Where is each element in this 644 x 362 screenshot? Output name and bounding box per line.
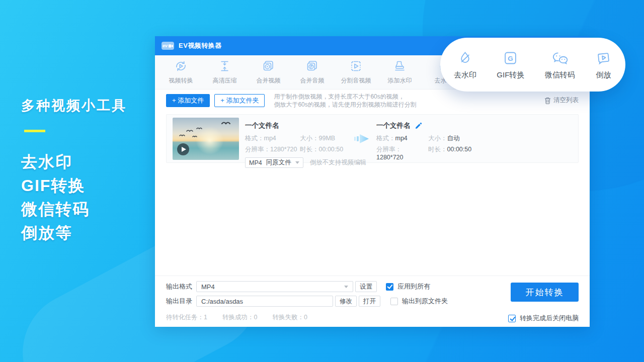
add-watermark-icon	[393, 59, 407, 73]
source-dur: 00:00:50	[319, 146, 344, 153]
output-format-select[interactable]: MP4	[196, 281, 353, 292]
pill-label: 微信转码	[545, 70, 575, 80]
reverse-play-icon	[595, 50, 612, 66]
chevron-down-icon	[295, 161, 299, 164]
source-size: 99MB	[319, 135, 336, 142]
gif-convert-icon: G	[502, 50, 519, 66]
camera-icon	[169, 44, 173, 48]
toolbar-item-video-convert[interactable]: 视频转换	[159, 55, 203, 89]
source-folder-label: 输出到原文件夹	[402, 297, 448, 306]
toolbar-item-add-watermark[interactable]: 添加水印	[378, 55, 422, 89]
promo-title: 多种视频小工具	[21, 97, 127, 115]
apply-all-label: 应用到所有	[397, 282, 430, 291]
video-convert-icon	[174, 59, 188, 73]
reverse-hint: 用于制作倒放视频，支持长度不大于60s的视频， 倒放大于60s的视频，请先使用分…	[274, 93, 416, 109]
play-button[interactable]	[177, 143, 189, 155]
toolbar-label: 高清压缩	[213, 76, 237, 85]
pill-label: 去水印	[454, 70, 476, 80]
birds-illustration	[173, 118, 239, 143]
promo-dash	[24, 130, 45, 132]
res-label: 分辨率：	[376, 146, 401, 153]
toolbar-item-split-av[interactable]: 分割音视频	[334, 55, 378, 89]
shutdown-checkbox[interactable]: 转换完成后关闭电脑	[508, 314, 579, 323]
add-folder-button[interactable]: + 添加文件夹	[214, 94, 265, 107]
convert-arrow	[348, 115, 376, 162]
toolbar-item-hd-compress[interactable]: 高清压缩	[203, 55, 247, 89]
size-label: 大小：	[300, 135, 319, 142]
select-mode-value: 同原文件	[266, 158, 291, 167]
source-format: mp4	[264, 135, 276, 142]
play-icon	[182, 147, 186, 152]
arrow-right-icon	[354, 133, 370, 145]
success-stat: 转换成功：0	[222, 313, 257, 322]
checkbox-unchecked-icon[interactable]	[390, 298, 398, 305]
size-label: 大小：	[428, 135, 447, 142]
source-file-name: 一个文件名	[245, 121, 348, 130]
target-size: 自动	[447, 135, 460, 142]
toolbar-item-merge-video[interactable]: 合并视频	[247, 55, 290, 89]
clear-list-button[interactable]: 清空列表	[544, 96, 579, 105]
source-info: 一个文件名 格式：mp4 大小：99MB 分辨率：644*362 时长：00:…	[245, 115, 348, 162]
pill-item-wechat-transcode[interactable]: 微信转码	[545, 50, 575, 80]
dur-label: 时长：	[300, 146, 319, 153]
output-panel: 输出格式 MP4 设置 应用到所有 输出目录 C:/asda/asdas 修改 …	[155, 276, 590, 331]
clear-list-label: 清空列表	[553, 96, 579, 105]
split-av-icon	[349, 59, 363, 73]
content-area: + 添加文件 + 添加文件夹 用于制作倒放视频，支持长度不大于60s的视频， 倒…	[155, 94, 590, 331]
output-dir-input[interactable]: C:/asda/asdas	[196, 296, 333, 307]
settings-button[interactable]: 设置	[355, 281, 377, 292]
action-row: + 添加文件 + 添加文件夹 用于制作倒放视频，支持长度不大于60s的视频， 倒…	[166, 94, 579, 107]
plus-icon: +	[220, 97, 224, 104]
source-folder-checkbox[interactable]: 输出到原文件夹	[390, 297, 448, 306]
toolbar-label: 分割音视频	[341, 76, 371, 85]
modify-button[interactable]: 修改	[335, 296, 357, 307]
failed-stat: 转换失败：0	[272, 313, 307, 322]
merge-video-icon	[262, 59, 275, 73]
pill-item-remove-watermark[interactable]: 去水印	[454, 50, 476, 80]
item-format-select[interactable]: MP4 同原文件	[245, 157, 303, 168]
hd-compress-icon	[218, 59, 231, 73]
wechat-transcode-icon	[551, 50, 569, 66]
add-file-label: 添加文件	[178, 97, 204, 104]
pill-item-reverse-play[interactable]: 倒放	[595, 50, 612, 80]
shutdown-label: 转换完成后关闭电脑	[520, 314, 579, 323]
format-label: 格式：	[376, 135, 395, 142]
target-file-name: 一个文件名	[376, 121, 411, 130]
target-info: 一个文件名 格式：mp4 大小：自动 分辨率：644*362 时长：00:00…	[376, 115, 471, 162]
promo-block: 多种视频小工具 去水印 GIF转换 微信转码 倒放等	[21, 97, 127, 245]
pending-tasks-stat: 待转化任务：1	[166, 313, 207, 322]
target-meta: 格式：mp4 大小：自动 分辨率：644*362 时长：00:00:50	[376, 134, 471, 161]
output-format-label: 输出格式	[166, 282, 192, 291]
hint-line-2: 倒放大于60s的视频，请先使用分割视频功能进行分割	[274, 101, 416, 109]
pill-label: GIF转换	[497, 70, 524, 80]
pill-item-gif-convert[interactable]: G GIF转换	[497, 50, 524, 80]
pill-label: 倒放	[596, 70, 611, 80]
target-res: 644*362	[376, 154, 404, 161]
target-dur: 00:00:50	[447, 146, 472, 153]
add-folder-label: 添加文件夹	[226, 97, 259, 104]
open-button[interactable]: 打开	[359, 296, 380, 307]
toolbar-label: 合并视频	[257, 76, 281, 85]
start-convert-button[interactable]: 开始转换	[511, 283, 579, 302]
output-dir-value: C:/asda/asdas	[201, 298, 243, 305]
source-res: 644*362	[270, 146, 297, 153]
output-format-value: MP4	[201, 283, 215, 291]
window-title: EV视频转换器	[179, 41, 222, 50]
merge-audio-icon	[305, 59, 319, 73]
logo-text: ev	[163, 44, 168, 48]
promo-feature-3: 微信转码	[21, 198, 127, 221]
output-dir-label: 输出目录	[166, 297, 192, 306]
chevron-down-icon	[344, 286, 348, 288]
select-codec-value: MP4	[249, 159, 262, 166]
promo-feature-2: GIF转换	[21, 174, 127, 198]
toolbar-label: 视频转换	[169, 76, 193, 85]
checkbox-checked-icon[interactable]	[386, 283, 393, 291]
file-list-item[interactable]: 一个文件名 格式：mp4 大小：99MB 分辨率：644*362 时长：00:…	[166, 114, 579, 163]
target-format: mp4	[395, 135, 408, 142]
trash-icon	[544, 97, 551, 104]
toolbar-item-merge-audio[interactable]: 合并音频	[290, 55, 334, 89]
edit-pencil-icon[interactable]	[415, 123, 422, 129]
apply-all-checkbox[interactable]: 应用到所有	[386, 282, 430, 291]
checkbox-checked-outline-icon[interactable]	[508, 315, 516, 322]
add-file-button[interactable]: + 添加文件	[166, 94, 210, 107]
